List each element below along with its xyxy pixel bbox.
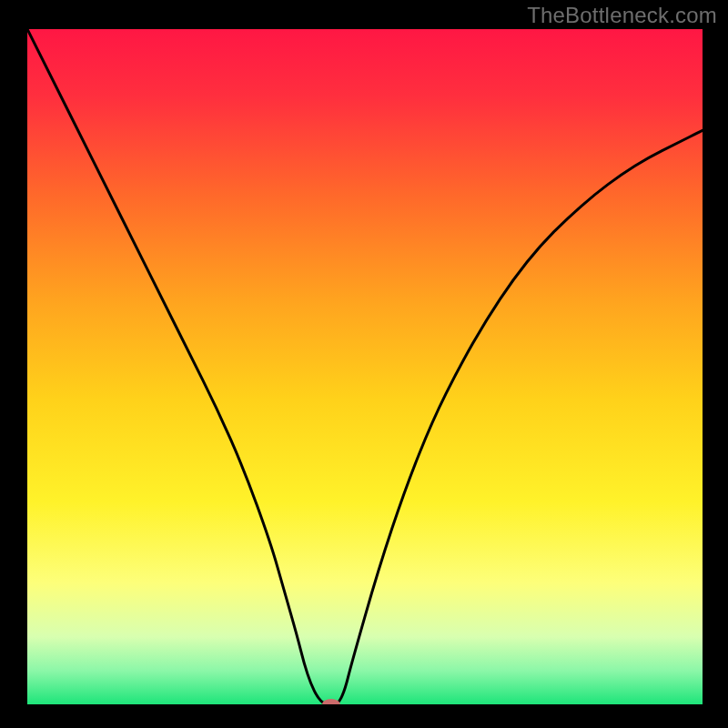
gradient-background — [27, 29, 703, 704]
bottleneck-chart — [0, 0, 728, 728]
min-marker — [322, 699, 340, 710]
chart-frame: TheBottleneck.com — [0, 0, 728, 728]
